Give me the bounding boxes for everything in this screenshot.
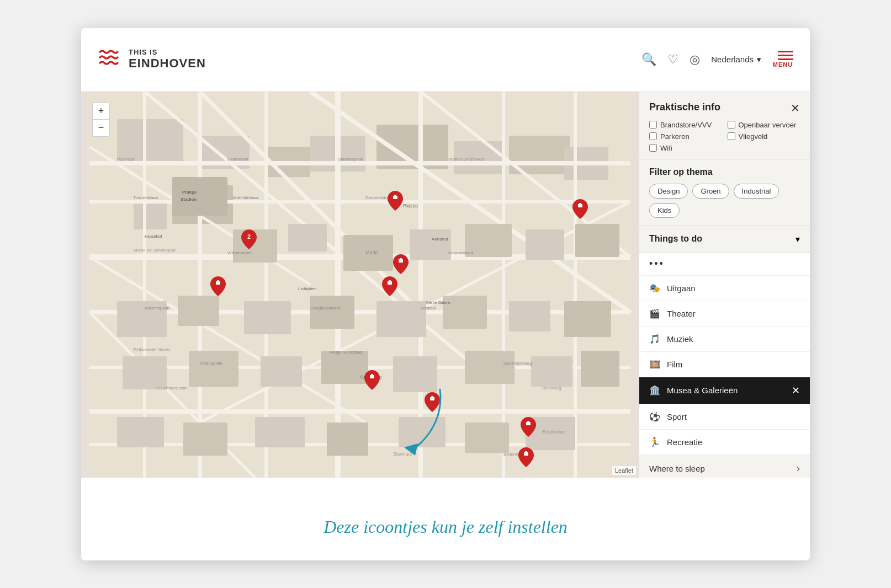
pill-industrial[interactable]: Industrial	[734, 184, 779, 199]
sport-label: Sport	[667, 412, 800, 421]
map-pin-cluster[interactable]: 2	[241, 229, 257, 249]
svg-text:Kanaalstraat: Kanaalstraat	[448, 250, 474, 255]
language-selector[interactable]: Nederlands ▾	[711, 55, 761, 65]
film-icon: 🎞️	[649, 359, 660, 370]
checkbox-vliegveld[interactable]: Vliegveld	[728, 132, 800, 141]
practical-info-section: Praktische info Brandstore/VVV Openbaar …	[639, 92, 810, 159]
svg-text:PSV-laan: PSV-laan	[117, 157, 135, 162]
cat-item-film[interactable]: 🎞️ Film	[639, 352, 810, 377]
sport-icon: ⚽	[649, 411, 660, 422]
zoom-out-button[interactable]: −	[93, 120, 109, 136]
main-content: PSV-laan Eindhoven Stationsplein Station…	[81, 92, 810, 478]
checkbox-wifi[interactable]: Wifi	[649, 144, 722, 152]
panel-close-button[interactable]: ✕	[791, 101, 800, 115]
svg-rect-98	[579, 203, 581, 204]
musea-close-icon[interactable]: ✕	[792, 384, 800, 397]
svg-rect-105	[217, 280, 219, 281]
things-to-do-header[interactable]: Things to do ▾	[639, 226, 810, 253]
map-pin-7[interactable]	[364, 370, 380, 390]
wifi-checkbox[interactable]	[649, 144, 657, 152]
cat-item-uitgaan[interactable]: 🎭 Uitgaan	[639, 276, 810, 301]
svg-rect-48	[123, 356, 167, 389]
svg-rect-52	[393, 356, 437, 392]
svg-text:Oranjeplein: Oranjeplein	[200, 361, 222, 366]
nav-where-to-sleep[interactable]: Where to sleep ›	[639, 455, 810, 478]
svg-rect-36	[410, 229, 451, 260]
svg-text:Markt: Markt	[365, 250, 378, 255]
svg-rect-59	[327, 423, 368, 456]
cat-item-sport[interactable]: ⚽ Sport	[639, 404, 810, 430]
map-pin-8[interactable]	[425, 392, 440, 412]
openbaar-label: Openbaar vervoer	[739, 121, 797, 129]
map-pin-9[interactable]	[521, 417, 536, 437]
svg-text:Eindhoven: Eindhoven	[542, 429, 566, 435]
things-to-do-chevron: ▾	[795, 234, 800, 244]
brandstore-checkbox[interactable]	[649, 121, 657, 129]
map-pin-5[interactable]	[382, 276, 397, 296]
map-pin-10[interactable]	[518, 447, 534, 467]
svg-rect-111	[527, 421, 529, 422]
pill-kids[interactable]: Kids	[649, 203, 680, 218]
svg-text:Piazza: Piazza	[403, 203, 418, 209]
map-area[interactable]: PSV-laan Eindhoven Stationsplein Station…	[81, 92, 639, 478]
heart-icon[interactable]: ♡	[667, 52, 678, 67]
menu-button[interactable]: MENU	[772, 51, 793, 68]
search-icon[interactable]: 🔍	[641, 52, 656, 67]
svg-rect-44	[376, 301, 426, 337]
filter-title: Filter op thema	[649, 167, 800, 177]
map-pin-1[interactable]	[388, 191, 403, 211]
zoom-in-button[interactable]: +	[93, 103, 109, 120]
svg-rect-54	[531, 356, 572, 387]
header-right: 🔍 ♡ ◎ Nederlands ▾ MENU	[641, 51, 793, 68]
cat-item-musea[interactable]: 🏛️ Musea & Galerieën ✕	[639, 377, 810, 404]
vliegveld-checkbox[interactable]	[728, 132, 735, 140]
svg-text:Geldropseweg: Geldropseweg	[503, 361, 532, 366]
cat-item-recreatie[interactable]: 🏃 Recreatie	[639, 430, 810, 455]
svg-rect-60	[399, 417, 445, 447]
svg-rect-101	[400, 258, 402, 259]
logo[interactable]: THIS IS EINDHOVEN	[98, 47, 206, 72]
theater-label: Theater	[667, 309, 800, 318]
svg-rect-49	[189, 351, 238, 387]
where-to-sleep-label: Where to sleep	[649, 464, 705, 473]
browser-window: THIS IS EINDHOVEN 🔍 ♡ ◎ Nederlands ▾ MEN…	[81, 28, 810, 560]
checkbox-parkeren[interactable]: Parkeren	[649, 132, 722, 141]
svg-rect-42	[244, 301, 291, 334]
map-pin-4[interactable]	[393, 254, 409, 274]
header: THIS IS EINDHOVEN 🔍 ♡ ◎ Nederlands ▾ MEN…	[81, 28, 810, 92]
svg-rect-110	[526, 422, 531, 425]
svg-rect-104	[216, 281, 220, 285]
section-nav: Where to sleep › Where to eat & drink › …	[639, 455, 810, 478]
parkeren-checkbox[interactable]	[649, 132, 657, 140]
recreatie-icon: 🏃	[649, 437, 660, 447]
svg-text:Bleekweg: Bleekweg	[542, 386, 561, 391]
svg-text:Philips: Philips	[182, 190, 197, 195]
location-icon[interactable]: ◎	[690, 52, 700, 67]
parkeren-label: Parkeren	[660, 132, 690, 141]
pill-groen[interactable]: Groen	[692, 184, 729, 199]
openbaar-checkbox[interactable]	[728, 121, 735, 129]
cat-item-theater[interactable]: 🎬 Theater	[639, 301, 810, 327]
pill-design[interactable]: Design	[649, 184, 688, 199]
svg-text:Annahof: Annahof	[432, 237, 449, 242]
svg-text:Vestdijk: Vestdijk	[421, 306, 437, 311]
svg-rect-55	[581, 351, 619, 387]
logo-text: THIS IS EINDHOVEN	[129, 49, 206, 70]
svg-text:Pinksebeek Noord: Pinksebeek Noord	[134, 347, 169, 352]
svg-rect-47	[564, 301, 611, 337]
svg-text:Willemstraat: Willemstraat	[227, 250, 252, 255]
map-pin-6[interactable]	[210, 276, 226, 296]
map-pin-2[interactable]	[572, 199, 588, 219]
svg-rect-96	[394, 195, 396, 196]
svg-text:Lichtplein: Lichtplein	[298, 286, 317, 291]
uitgaan-label: Uitgaan	[667, 284, 800, 293]
brandstore-label: Brandstore/VVV	[660, 121, 712, 129]
svg-rect-103	[389, 280, 391, 281]
svg-text:Heilige Geeststraat: Heilige Geeststraat	[330, 350, 363, 355]
muziek-icon: 🎵	[649, 334, 660, 344]
logo-eindhoven: EINDHOVEN	[129, 57, 206, 70]
cat-item-muziek[interactable]: 🎵 Muziek	[639, 327, 810, 352]
checkbox-openbaar[interactable]: Openbaar vervoer	[728, 121, 800, 129]
checkbox-brandstore[interactable]: Brandstore/VVV	[649, 121, 722, 129]
svg-rect-107	[371, 374, 373, 375]
